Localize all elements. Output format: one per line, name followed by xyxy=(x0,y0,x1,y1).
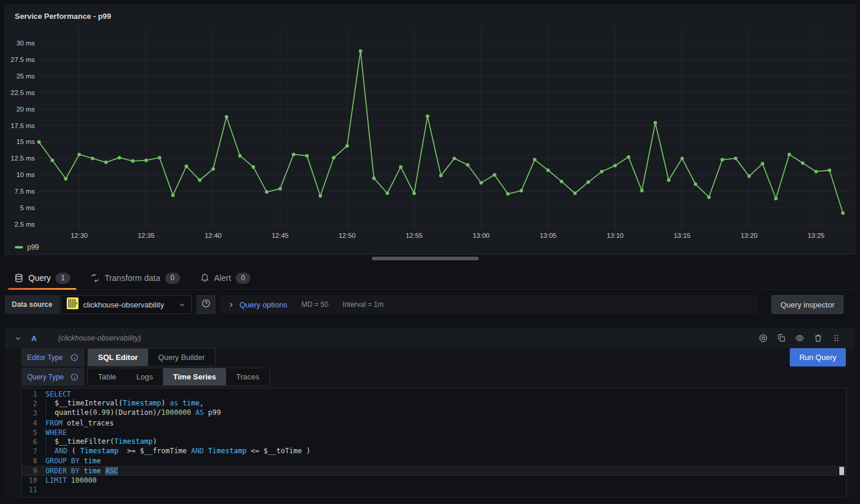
y-tick-label: 12.5 ms xyxy=(11,155,35,162)
data-point xyxy=(573,192,577,195)
editor-type-group: SQL EditorQuery Builder xyxy=(87,348,215,366)
code-line-6[interactable]: 6$__timeFilter(Timestamp) xyxy=(22,437,846,447)
line-number: 4 xyxy=(22,419,45,427)
query-inspector-button[interactable]: Query inspector xyxy=(771,295,843,314)
tab-count-badge: 1 xyxy=(55,273,70,284)
data-point xyxy=(547,169,550,172)
tab-alert[interactable]: Alert0 xyxy=(194,267,257,289)
code-line-10[interactable]: 10LIMIT 100000 xyxy=(22,476,846,485)
run-query-button[interactable]: Run Query xyxy=(790,348,846,366)
query-type-logs[interactable]: Logs xyxy=(126,368,163,385)
data-point xyxy=(91,156,94,160)
query-type-traces[interactable]: Traces xyxy=(226,368,269,385)
data-point xyxy=(439,174,443,177)
data-point xyxy=(466,163,469,167)
x-tick-label: 12:50 xyxy=(339,232,356,239)
tab-transform-data[interactable]: Transform data0 xyxy=(84,267,185,289)
timeseries-plot[interactable]: 30 ms27.5 ms25 ms22.5 ms20 ms17.5 ms15 m… xyxy=(5,5,855,254)
data-point xyxy=(77,153,81,156)
remove-query-icon[interactable] xyxy=(813,333,823,343)
code-line-9[interactable]: 9ORDER BY time ASC xyxy=(22,466,846,476)
x-tick-label: 12:40 xyxy=(205,232,222,239)
datasource-help-button[interactable] xyxy=(197,295,215,314)
query-options-toggle[interactable]: Query options xyxy=(240,300,287,309)
data-point xyxy=(707,195,711,199)
data-point xyxy=(37,140,41,144)
datasource-name: clickhouse-observability xyxy=(83,300,174,309)
chevron-down-icon[interactable] xyxy=(14,335,22,342)
transform-icon xyxy=(90,273,100,283)
clickhouse-logo-icon xyxy=(67,297,79,312)
info-circle-icon[interactable] xyxy=(70,354,79,362)
data-point xyxy=(761,162,764,165)
data-point xyxy=(185,165,188,168)
y-tick-label: 20 ms xyxy=(17,106,35,113)
query-type-time-series[interactable]: Time Series xyxy=(163,368,226,385)
data-point xyxy=(667,178,671,182)
data-point xyxy=(64,177,67,181)
duplicate-query-icon[interactable] xyxy=(777,333,786,343)
code-line-4[interactable]: 4FROM otel_traces xyxy=(22,418,846,428)
tab-label: Transform data xyxy=(104,273,160,283)
datasource-label: Data source xyxy=(5,295,60,314)
data-point xyxy=(319,194,322,198)
legend-item-p99[interactable]: p99 xyxy=(15,243,39,251)
x-tick-label: 13:00 xyxy=(473,232,490,239)
query-ref-id[interactable]: A xyxy=(31,334,37,343)
query-datasource-hint: (clickhouse-observability) xyxy=(58,334,140,342)
panel-title: Service Performance - p99 xyxy=(15,12,111,21)
data-point xyxy=(145,159,148,162)
cursor-overview-marker xyxy=(839,467,844,475)
x-tick-label: 12:45 xyxy=(272,232,289,239)
query-type-table[interactable]: Table xyxy=(88,368,126,385)
code-line-8[interactable]: 8GROUP BY time xyxy=(22,456,846,466)
code-text: GROUP BY time xyxy=(45,457,101,465)
line-number: 5 xyxy=(22,428,45,437)
line-number: 8 xyxy=(22,457,45,465)
line-number: 2 xyxy=(22,400,45,408)
data-point xyxy=(251,165,255,169)
code-text: FROM otel_traces xyxy=(45,419,114,427)
data-point xyxy=(171,194,175,197)
code-line-11[interactable]: 11 xyxy=(22,485,846,495)
data-point xyxy=(292,153,295,156)
data-point xyxy=(372,176,376,180)
pane-resize-handle[interactable] xyxy=(372,257,479,260)
code-text: AND ( Timestamp >= $__fromTime AND Times… xyxy=(45,447,310,456)
data-point xyxy=(479,181,483,185)
code-line-2[interactable]: 2$__timeInterval(Timestamp) as time, xyxy=(22,399,846,408)
y-tick-label: 5 ms xyxy=(20,204,35,211)
data-point xyxy=(51,159,54,162)
code-text: quantile(0.99)(Duration)/1000000 AS p99 xyxy=(45,408,221,418)
code-text: WHERE xyxy=(45,428,67,437)
data-point xyxy=(681,156,684,160)
x-tick-label: 13:15 xyxy=(673,232,691,239)
code-line-3[interactable]: 3quantile(0.99)(Duration)/1000000 AS p99 xyxy=(22,408,846,418)
editor-type-sql-editor[interactable]: SQL Editor xyxy=(88,349,148,366)
data-point xyxy=(238,154,242,158)
disable-query-icon[interactable] xyxy=(758,333,768,343)
data-point xyxy=(225,115,228,119)
query-row-card: A (clickhouse-observability) Editor Type… xyxy=(5,328,855,498)
datasource-picker[interactable]: clickhouse-observability xyxy=(61,295,192,314)
drag-handle-icon[interactable] xyxy=(832,333,841,343)
tab-count-badge: 0 xyxy=(236,273,250,284)
hide-response-icon[interactable] xyxy=(795,333,805,343)
bell-icon xyxy=(200,273,210,283)
query-options-strip: Query options MD = 50 Interval = 1m xyxy=(220,295,757,314)
question-circle-icon xyxy=(201,299,211,310)
data-point xyxy=(787,153,791,156)
editor-type-query-builder[interactable]: Query Builder xyxy=(148,349,215,366)
y-tick-label: 2.5 ms xyxy=(14,221,35,228)
tab-query[interactable]: Query1 xyxy=(8,267,76,289)
code-line-1[interactable]: 1SELECT xyxy=(22,390,846,399)
sql-code-editor[interactable]: 1SELECT2$__timeInterval(Timestamp) as ti… xyxy=(21,388,846,498)
code-line-7[interactable]: 7AND ( Timestamp >= $__fromTime AND Time… xyxy=(22,447,846,456)
angle-right-icon[interactable] xyxy=(227,301,235,309)
code-line-5[interactable]: 5WHERE xyxy=(22,428,846,437)
info-circle-icon[interactable] xyxy=(70,373,79,381)
data-point xyxy=(279,187,282,191)
data-point xyxy=(345,144,349,148)
tab-label: Alert xyxy=(214,273,231,283)
data-point xyxy=(653,121,657,125)
